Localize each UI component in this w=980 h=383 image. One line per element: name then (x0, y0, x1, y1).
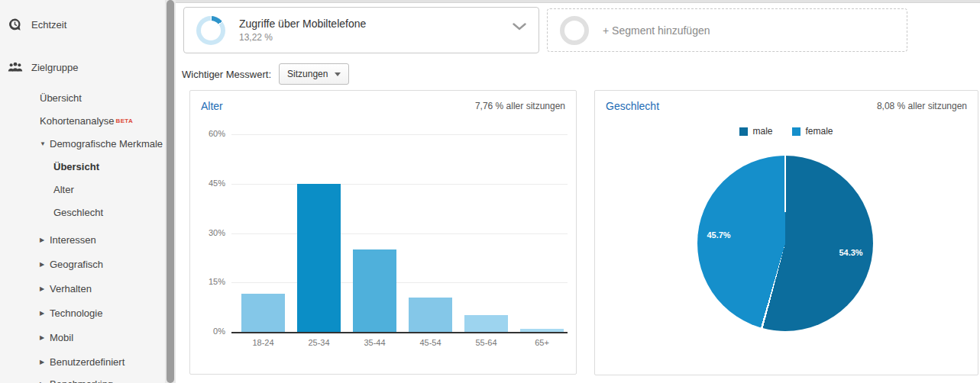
y-axis-tick: 30% (195, 228, 225, 237)
legend-label: male (752, 126, 772, 137)
sidebar-item--bersicht[interactable]: Übersicht (53, 159, 99, 173)
metric-row: Wichtiger Messwert: Sitzungen (182, 63, 349, 85)
scrollbar-thumb[interactable] (167, 0, 174, 383)
gender-pie-chart (697, 156, 873, 331)
sidebar-item-benchmarking[interactable]: ▶Benchmarking (40, 377, 113, 383)
add-segment-label: + Segment hinzufügen (603, 24, 710, 37)
sidebar-scrollbar[interactable] (165, 0, 176, 383)
top-divider (176, 0, 980, 3)
triangle-right-icon: ▶ (40, 285, 47, 292)
sidebar-item-benutzerdefiniert[interactable]: ▶Benutzerdefiniert (40, 355, 125, 369)
gender-card-share: 8,08 % aller sitzungen (877, 101, 967, 111)
sidebar-item--bersicht[interactable]: Übersicht (40, 91, 82, 105)
x-axis-tick: 25-34 (291, 338, 347, 347)
segment-donut-icon (196, 16, 225, 45)
sidebar: EchtzeitZielgruppeÜbersichtKohortenanaly… (0, 0, 165, 383)
x-axis-tick: 65+ (514, 338, 570, 347)
sidebar-item-label: Kohortenanalyse (40, 115, 115, 127)
gridline (231, 134, 568, 135)
bar-35-44 (353, 249, 396, 332)
sidebar-item-label: Echtzeit (31, 19, 66, 31)
y-axis-tick: 45% (195, 179, 225, 188)
y-axis-tick: 0% (195, 327, 225, 336)
empty-segment-icon (560, 16, 589, 45)
legend-label: female (805, 126, 833, 137)
y-axis-tick: 15% (195, 277, 225, 286)
bar-65+ (520, 329, 564, 332)
segment-text: Zugriffe über Mobiltelefone 13,22 % (239, 18, 366, 43)
active-segment-card[interactable]: Zugriffe über Mobiltelefone 13,22 % (183, 7, 539, 53)
pie-slice-label-male: 54.3% (839, 248, 862, 257)
sidebar-item-mobil[interactable]: ▶Mobil (40, 330, 73, 344)
triangle-down-icon: ▼ (40, 140, 47, 147)
realtime-icon (8, 18, 24, 31)
sidebar-item-label: Geografisch (50, 259, 103, 270)
chevron-down-icon[interactable] (513, 20, 526, 34)
sidebar-item-label: Mobil (50, 332, 73, 343)
sidebar-item-label: Interessen (50, 234, 96, 246)
sidebar-item-label: Zielgruppe (31, 62, 78, 73)
bar-45-54 (409, 298, 452, 332)
legend-item-male: male (739, 126, 772, 137)
segment-value: 13,22 % (239, 32, 366, 43)
sidebar-item-interessen[interactable]: ▶Interessen (40, 233, 96, 246)
x-axis-tick: 55-64 (458, 338, 514, 347)
age-card-title[interactable]: Alter (201, 100, 223, 112)
main-content: Zugriffe über Mobiltelefone 13,22 % + Se… (176, 0, 980, 383)
triangle-right-icon: ▶ (40, 381, 47, 383)
sidebar-item-echtzeit[interactable]: Echtzeit (8, 18, 66, 31)
sidebar-item-label: Übersicht (40, 92, 82, 104)
add-segment-card[interactable]: + Segment hinzufügen (547, 8, 907, 52)
y-axis-tick: 60% (195, 129, 225, 138)
legend-swatch-icon (739, 127, 748, 136)
x-axis-tick: 35-44 (347, 338, 403, 347)
legend-item-female: female (792, 126, 833, 137)
pie-slice-label-female: 45.7% (707, 230, 730, 240)
sidebar-item-alter[interactable]: Alter (53, 182, 74, 196)
x-axis-tick: 45-54 (403, 338, 458, 347)
bar-55-64 (464, 315, 508, 332)
gender-card: Geschlecht 8,08 % aller sitzungen malefe… (594, 90, 978, 375)
sidebar-item-label: Alter (53, 184, 74, 195)
bar-18-24 (241, 294, 285, 332)
triangle-right-icon: ▶ (40, 261, 47, 268)
gridline (231, 184, 568, 185)
beta-badge: BETA (116, 117, 133, 124)
sidebar-item-verhalten[interactable]: ▶Verhalten (40, 282, 92, 295)
age-card-share: 7,76 % aller sitzungen (475, 101, 565, 111)
triangle-right-icon: ▶ (40, 310, 47, 317)
metric-label: Wichtiger Messwert: (182, 69, 271, 80)
triangle-right-icon: ▶ (40, 359, 47, 365)
segment-title: Zugriffe über Mobiltelefone (239, 18, 366, 30)
sidebar-item-label: Benchmarking (50, 378, 113, 383)
analytics-app: EchtzeitZielgruppeÜbersichtKohortenanaly… (0, 0, 980, 383)
sidebar-item-geografisch[interactable]: ▶Geografisch (40, 257, 103, 271)
metric-dropdown[interactable]: Sitzungen (279, 63, 349, 85)
sidebar-item-kohortenanalyse[interactable]: KohortenanalyseBETA (40, 114, 133, 127)
triangle-right-icon: ▶ (40, 237, 47, 243)
gender-legend: malefemale (595, 126, 978, 137)
sidebar-item-demografische-merkmale[interactable]: ▼Demografische Merkmale (40, 137, 163, 150)
legend-swatch-icon (792, 127, 800, 136)
x-axis-tick: 18-24 (235, 338, 291, 347)
dropdown-caret-icon (335, 72, 341, 76)
bar-25-34 (297, 184, 341, 332)
sidebar-item-label: Technologie (50, 307, 102, 319)
sidebar-item-label: Geschlecht (53, 207, 103, 218)
gridline (231, 282, 568, 283)
age-card: Alter 7,76 % aller sitzungen 0%15%30%45%… (189, 90, 577, 375)
metric-dropdown-value: Sitzungen (287, 69, 328, 79)
sidebar-item-geschlecht[interactable]: Geschlecht (53, 205, 103, 219)
sidebar-item-technologie[interactable]: ▶Technologie (40, 306, 102, 320)
gender-card-title[interactable]: Geschlecht (606, 100, 659, 112)
x-axis-line (231, 332, 568, 333)
triangle-right-icon: ▶ (40, 334, 47, 341)
sidebar-item-label: Übersicht (53, 161, 99, 172)
gridline (231, 233, 568, 234)
sidebar-item-zielgruppe[interactable]: Zielgruppe (8, 60, 78, 74)
audience-icon (8, 60, 24, 74)
sidebar-item-label: Demografische Merkmale (50, 138, 163, 150)
sidebar-item-label: Verhalten (50, 283, 92, 294)
sidebar-item-label: Benutzerdefiniert (50, 356, 125, 368)
